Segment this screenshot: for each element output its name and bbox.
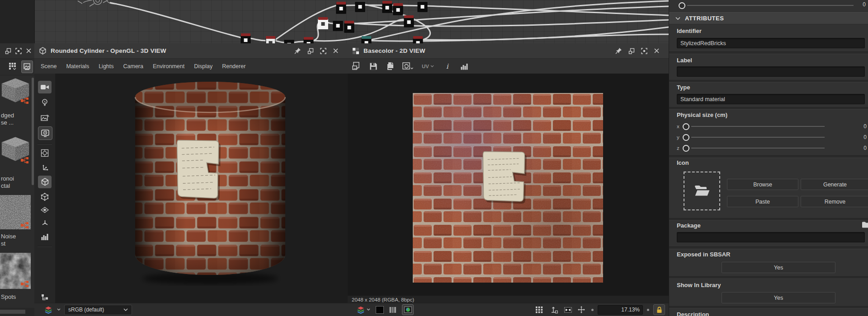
slider-knob[interactable] [683,123,689,130]
mirror-compare-icon[interactable] [564,307,572,313]
pan-crosshair-icon[interactable] [578,306,585,313]
copy-icon[interactable] [386,62,394,70]
viewport-3d[interactable] [55,74,348,303]
cube-vertices-icon[interactable] [38,191,52,203]
uv-toggle[interactable]: UV [422,64,434,69]
attributes-section-header[interactable]: ATTRIBUTES [669,12,868,24]
close-icon[interactable] [26,48,32,54]
slider-track[interactable] [687,5,854,6]
wireframe-cube-icon[interactable] [38,176,52,188]
slider-knob[interactable] [679,2,685,9]
viewport-2d[interactable] [348,74,669,296]
maximize-icon[interactable] [15,48,22,54]
graph-node[interactable] [318,17,328,29]
slider-knob[interactable] [683,134,689,141]
webcam-capture-icon[interactable] [38,126,52,140]
plane-diamond-icon[interactable] [38,204,52,216]
icon-drop-area[interactable] [684,172,720,210]
color-management-icon[interactable] [357,306,366,314]
remove-button[interactable]: Remove [801,196,868,207]
pin-icon[interactable] [294,47,301,54]
graph-node[interactable] [404,15,414,27]
show-in-library-label: Show In Library [677,282,721,288]
maximize-icon[interactable] [320,48,326,54]
graph-node[interactable] [382,1,392,13]
menu-camera[interactable]: Camera [123,63,143,70]
node-wire[interactable] [423,27,669,40]
paste-button[interactable]: Paste [727,196,798,207]
pin-icon[interactable] [615,47,622,54]
graph-node[interactable] [393,3,403,15]
close-icon[interactable] [654,48,660,54]
package-input[interactable] [677,232,865,242]
browse-button[interactable]: Browse [727,179,798,190]
zoom-level-input[interactable] [598,305,643,315]
new-window-icon[interactable] [352,62,361,70]
histogram-icon[interactable] [461,63,468,70]
slider-track[interactable] [691,148,825,149]
close-icon[interactable] [333,48,339,54]
substance-designer-window: dgedse ... ronoictal Noisest Spots Round… [0,0,868,316]
info-icon[interactable]: i [446,63,448,70]
library-horizontal-scrollbar[interactable] [0,308,34,316]
generate-button[interactable]: Generate [801,179,868,190]
histogram-stats-icon[interactable] [38,230,52,243]
node-wire[interactable] [294,42,304,42]
node-wire[interactable] [110,3,242,38]
label-input[interactable] [677,66,865,77]
menu-renderer[interactable]: Renderer [222,63,245,70]
rotator-manipulator-icon[interactable] [38,217,52,229]
menu-environment[interactable]: Environment [153,63,184,70]
graph-node[interactable] [413,36,423,43]
menu-lights[interactable]: Lights [99,63,113,70]
library-scrollbar[interactable] [32,78,34,185]
identifier-input[interactable] [677,38,865,48]
menu-materials[interactable]: Materials [66,63,89,70]
colorspace-dropdown[interactable]: sRGB (default) [64,305,132,315]
graph-node[interactable] [304,37,313,43]
graph-node[interactable] [355,2,365,12]
node-wire[interactable] [250,38,266,41]
scene-hierarchy-icon[interactable] [38,291,52,304]
graph-node[interactable] [284,40,294,43]
slider-track[interactable] [691,137,825,138]
camera-view-icon[interactable] [38,81,52,93]
graph-node[interactable] [344,21,354,33]
color-management-icon[interactable] [44,306,53,314]
graph-node[interactable] [362,36,371,43]
maximize-icon[interactable] [641,48,647,54]
menu-scene[interactable]: Scene [41,63,57,70]
float-window-icon[interactable] [307,48,314,54]
float-window-icon[interactable] [628,48,635,54]
lock-zoom-icon[interactable] [653,304,665,315]
save-icon[interactable] [369,62,377,70]
frame-target-icon[interactable] [38,147,52,159]
graph-node[interactable] [241,33,250,43]
background-color-swatch[interactable] [376,306,384,314]
node-graph-canvas[interactable] [34,0,669,44]
package-folder-icon[interactable] [862,221,868,228]
slider-track[interactable] [691,126,825,127]
graph-node[interactable] [336,2,346,14]
image-refresh-icon[interactable] [402,62,413,70]
node-wire[interactable] [275,41,284,42]
node-wire[interactable] [328,23,333,23]
graph-node[interactable] [333,21,343,31]
grid-toggle-icon[interactable] [535,306,543,313]
environment-image-icon[interactable] [38,112,52,124]
grid-list-view-icon[interactable] [9,63,18,70]
light-bulb-icon[interactable] [38,96,52,109]
preview-display-icon[interactable] [402,304,414,315]
transform-handle-icon[interactable] [550,306,558,314]
show-in-library-toggle[interactable]: Yes [722,292,835,303]
type-input[interactable] [677,94,865,104]
menu-display[interactable]: Display [194,63,212,70]
axes-gizmo-icon[interactable] [38,161,52,174]
thumbnail-view-button[interactable] [21,60,33,73]
graph-node[interactable] [266,36,275,43]
exposed-in-sbsar-toggle[interactable]: Yes [722,262,835,273]
float-window-icon[interactable] [5,48,11,54]
tiling-mode-icon[interactable] [389,307,396,313]
graph-node[interactable] [418,2,427,12]
slider-knob[interactable] [683,145,689,152]
